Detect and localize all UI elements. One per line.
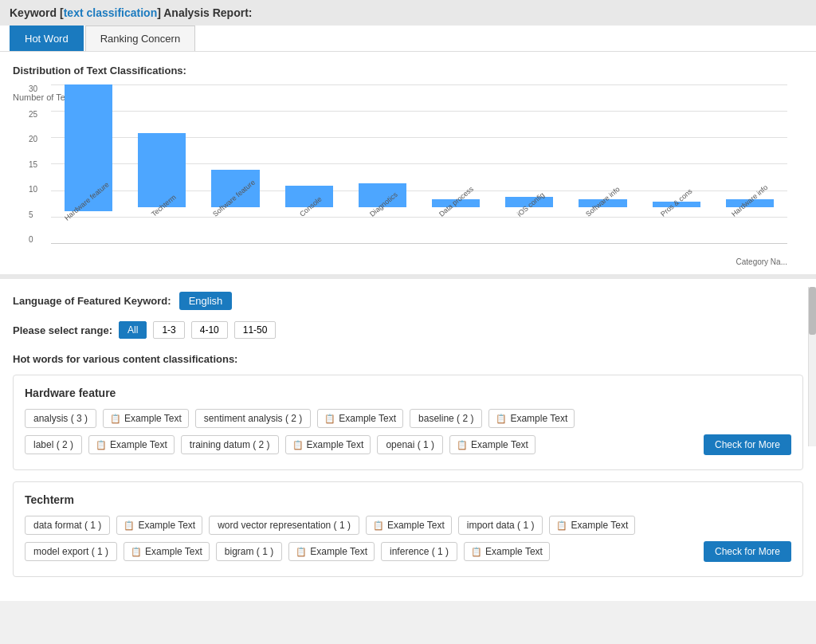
example-btn-inference[interactable]: 📋Example Text xyxy=(464,542,550,561)
range-btn-4-10[interactable]: 4-10 xyxy=(191,321,228,339)
keyword-model-export[interactable]: model export ( 1 ) xyxy=(25,542,117,561)
example-btn-sentiment[interactable]: 📋Example Text xyxy=(317,409,403,428)
hot-words-title: Hot words for various content classifica… xyxy=(13,353,803,365)
doc-icon-2: 📋 xyxy=(324,414,335,424)
language-label: Language of Featured Keyword: xyxy=(13,295,171,307)
language-btn[interactable]: English xyxy=(179,292,233,310)
example-btn-word-vector[interactable]: 📋Example Text xyxy=(366,516,452,535)
check-more-btn-tech[interactable]: Check for More xyxy=(704,541,791,562)
bar-group: Pros & cons xyxy=(642,84,711,244)
y-tick-30: 30 xyxy=(29,84,37,93)
y-tick-15: 15 xyxy=(29,160,37,169)
doc-icon-5: 📋 xyxy=(292,440,304,450)
keyword-sentiment-analysis[interactable]: sentiment analysis ( 2 ) xyxy=(195,409,311,428)
category-card-techterm: Techterm data format ( 1 ) 📋Example Text… xyxy=(13,481,803,577)
bar-label: Hardware info xyxy=(730,183,785,237)
bottom-section: Language of Featured Keyword: English Pl… xyxy=(0,279,816,601)
keyword-analysis[interactable]: analysis ( 3 ) xyxy=(25,409,96,428)
tab-ranking-concern[interactable]: Ranking Concern xyxy=(85,26,195,51)
page-header: Keyword [text classification] Analysis R… xyxy=(0,0,816,26)
bar-label: Data process xyxy=(437,185,490,237)
bar-group: Software feature xyxy=(201,84,269,244)
category-title-techterm: Techterm xyxy=(25,493,791,506)
example-btn-model-export[interactable]: 📋Example Text xyxy=(124,542,210,561)
bar-group: iOS config xyxy=(495,84,563,244)
doc-icon-9: 📋 xyxy=(556,520,567,531)
header-link[interactable]: text classification xyxy=(64,6,158,19)
doc-icon-6: 📋 xyxy=(457,440,468,450)
chart-title: Distribution of Text Classifications: xyxy=(13,65,803,77)
bar-group: Diagnotics xyxy=(348,84,417,244)
bar-label: Software info xyxy=(584,185,637,236)
example-btn-bigram[interactable]: 📋Example Text xyxy=(288,542,375,561)
language-row: Language of Featured Keyword: English xyxy=(13,292,803,310)
example-btn-data-format[interactable]: 📋Example Text xyxy=(116,516,202,535)
keywords-row-hw-1: analysis ( 3 ) 📋Example Text sentiment a… xyxy=(25,409,791,428)
keyword-inference[interactable]: inference ( 1 ) xyxy=(381,542,457,561)
y-tick-0: 0 xyxy=(29,235,37,244)
category-card-hardware-feature: Hardware feature analysis ( 3 ) 📋Example… xyxy=(13,375,803,470)
bar xyxy=(138,133,186,207)
header-prefix: Keyword [ xyxy=(10,6,64,19)
tab-hot-word[interactable]: Hot Word xyxy=(10,26,84,51)
scrollbar-thumb[interactable] xyxy=(809,287,816,335)
example-btn-label[interactable]: 📋Example Text xyxy=(88,435,175,454)
scrollbar-track xyxy=(808,287,816,446)
doc-icon-7: 📋 xyxy=(124,520,135,531)
doc-icon-8: 📋 xyxy=(373,520,384,531)
example-btn-training[interactable]: 📋Example Text xyxy=(285,435,371,454)
keyword-label[interactable]: label ( 2 ) xyxy=(25,435,82,454)
example-btn-openai[interactable]: 📋Example Text xyxy=(449,435,536,454)
x-axis-label: Category Na... xyxy=(736,257,787,266)
bar-group: Software info xyxy=(568,84,637,244)
keyword-import-data[interactable]: import data ( 1 ) xyxy=(458,516,543,535)
chart-section: Distribution of Text Classifications: Nu… xyxy=(0,52,816,279)
bar-group: Hardware info xyxy=(716,84,784,244)
bar-group: Techterm xyxy=(128,84,196,244)
range-label: Please select range: xyxy=(13,324,112,336)
keyword-baseline[interactable]: baseline ( 2 ) xyxy=(410,409,482,428)
bar-group: Console xyxy=(275,84,343,244)
range-btn-1-3[interactable]: 1-3 xyxy=(153,321,184,339)
doc-icon: 📋 xyxy=(110,414,121,424)
header-suffix: ] Analysis Report: xyxy=(157,6,252,19)
category-title-hardware-feature: Hardware feature xyxy=(25,387,791,399)
y-tick-20: 20 xyxy=(29,135,37,143)
keyword-training-datum[interactable]: training datum ( 2 ) xyxy=(181,435,279,454)
bar-label: Pros & cons xyxy=(659,187,709,237)
example-btn-baseline[interactable]: 📋Example Text xyxy=(488,409,575,428)
y-tick-10: 10 xyxy=(29,185,37,194)
bar-group: Data process xyxy=(422,84,490,244)
y-tick-5: 5 xyxy=(29,210,37,219)
range-btn-all[interactable]: All xyxy=(119,321,147,339)
range-btn-11-50[interactable]: 11-50 xyxy=(234,321,277,339)
y-tick-25: 25 xyxy=(29,110,37,119)
keywords-row-tech-1: data format ( 1 ) 📋Example Text word vec… xyxy=(25,516,791,535)
doc-icon-3: 📋 xyxy=(496,414,507,424)
keywords-row-hw-2: label ( 2 ) 📋Example Text training datum… xyxy=(25,434,791,455)
keywords-row-tech-2: model export ( 1 ) 📋Example Text bigram … xyxy=(25,541,791,562)
bar-group: Hardware feature xyxy=(54,84,123,244)
example-btn-import-data[interactable]: 📋Example Text xyxy=(549,516,635,535)
keyword-bigram[interactable]: bigram ( 1 ) xyxy=(216,542,282,561)
keyword-word-vector[interactable]: word vector representation ( 1 ) xyxy=(209,516,359,535)
check-more-btn-hw[interactable]: Check for More xyxy=(704,434,791,455)
range-row: Please select range: All 1-3 4-10 11-50 xyxy=(13,321,803,339)
tab-bar: Hot Word Ranking Concern xyxy=(0,26,816,52)
doc-icon-12: 📋 xyxy=(471,547,482,557)
doc-icon-4: 📋 xyxy=(96,440,107,450)
doc-icon-11: 📋 xyxy=(296,547,307,557)
keyword-data-format[interactable]: data format ( 1 ) xyxy=(25,516,110,535)
keyword-openai[interactable]: openai ( 1 ) xyxy=(377,435,443,454)
example-btn-analysis[interactable]: 📋Example Text xyxy=(103,409,189,428)
doc-icon-10: 📋 xyxy=(131,547,142,557)
